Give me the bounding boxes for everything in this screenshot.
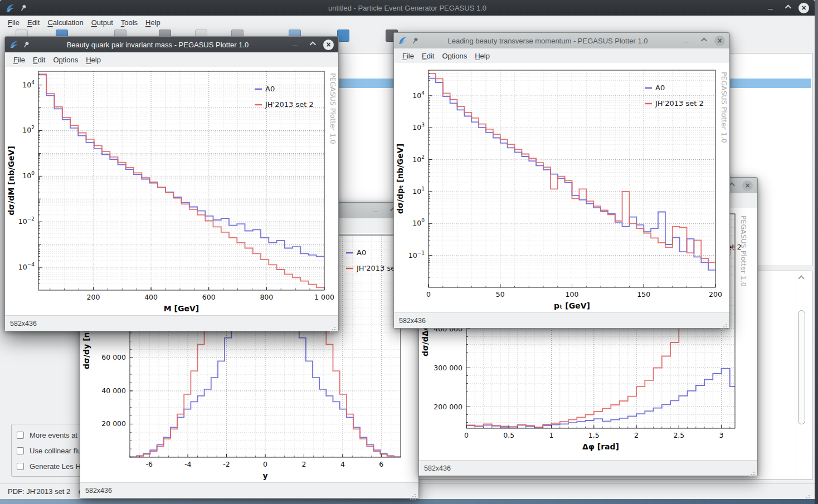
plot-size: 582x436 <box>424 464 451 472</box>
menu-file[interactable]: File <box>398 52 418 60</box>
checkbox[interactable] <box>17 463 24 470</box>
checkbox-row[interactable]: Generate Les H <box>17 462 81 471</box>
svg-text:200: 200 <box>87 293 100 301</box>
checkbox-label: More events at <box>30 431 77 439</box>
checkbox-row[interactable]: Use collinear flu <box>17 447 81 455</box>
minimize-button[interactable]: – <box>290 40 300 50</box>
svg-text:200 000: 200 000 <box>434 403 462 411</box>
checkbox-row[interactable]: More events at <box>17 431 77 439</box>
minimize-button[interactable]: – <box>765 3 776 13</box>
svg-text:A0: A0 <box>265 85 275 93</box>
svg-text:-4: -4 <box>184 460 192 468</box>
svg-text:0,5: 0,5 <box>503 431 514 439</box>
svg-text:0: 0 <box>464 431 469 439</box>
plot-icon[interactable] <box>337 30 349 42</box>
resize-grip[interactable] <box>334 327 335 328</box>
taskbar-edge <box>0 499 815 504</box>
svg-text:300 000: 300 000 <box>434 364 462 372</box>
scroll-up-icon[interactable] <box>798 275 804 281</box>
menu-options[interactable]: Options <box>438 52 471 60</box>
checkbox[interactable] <box>17 447 24 454</box>
svg-text:3: 3 <box>719 431 724 439</box>
svg-text:400: 400 <box>144 293 158 301</box>
plot-size: 582x436 <box>85 487 112 495</box>
resize-grip[interactable] <box>809 495 810 496</box>
window-title: Beauty quark pair invariant mass - PEGAS… <box>27 41 288 49</box>
menu-output[interactable]: Output <box>87 18 117 27</box>
menubar: FileEditOptionsHelp <box>394 48 729 63</box>
svg-text:2: 2 <box>301 460 306 468</box>
statusbar: 582x436 <box>80 482 418 498</box>
svg-text:4: 4 <box>340 460 345 468</box>
minimize-button[interactable]: – <box>681 36 692 46</box>
close-button[interactable]: × <box>323 40 334 50</box>
menu-calculation[interactable]: Calculation <box>43 18 87 27</box>
menubar: FileEditOptionsHelp <box>5 52 338 67</box>
pt-plot: 05010015020010410310210110010−1pₜ [GeV]d… <box>394 63 729 312</box>
menu-tools[interactable]: Tools <box>117 18 142 27</box>
svg-text:JH'2013 set 2: JH'2013 set 2 <box>265 100 314 109</box>
close-button[interactable]: × <box>798 3 809 13</box>
statusbar: 582x436 <box>5 315 338 331</box>
app-logo-icon <box>6 3 15 13</box>
svg-text:50: 50 <box>496 290 505 299</box>
svg-text:2: 2 <box>634 431 639 439</box>
svg-text:Δφ [rad]: Δφ [rad] <box>582 442 619 451</box>
pin-icon[interactable] <box>20 4 27 12</box>
close-button[interactable]: × <box>742 180 753 191</box>
status-text: PDF: JH'2013 set 2 c.m <box>8 487 90 496</box>
titlebar[interactable]: Leading beauty transverse momentum - PEG… <box>394 33 729 48</box>
svg-text:102: 102 <box>412 154 425 164</box>
svg-text:-2: -2 <box>223 460 230 468</box>
svg-text:10−1: 10−1 <box>408 250 425 260</box>
svg-text:10−4: 10−4 <box>18 262 35 271</box>
menu-help[interactable]: Help <box>471 52 494 60</box>
svg-text:pₜ [GeV]: pₜ [GeV] <box>554 301 590 310</box>
svg-text:100: 100 <box>22 170 35 180</box>
menu-help[interactable]: Help <box>82 56 105 64</box>
vertical-scrollbar[interactable] <box>796 272 807 479</box>
maximize-button[interactable] <box>698 36 708 46</box>
resize-grip[interactable] <box>726 324 727 325</box>
plotter-window-pt: Leading beauty transverse momentum - PEG… <box>393 32 730 329</box>
maximize-button[interactable] <box>306 40 317 50</box>
svg-text:-6: -6 <box>145 460 153 468</box>
svg-text:1,5: 1,5 <box>588 431 600 439</box>
maximize-button[interactable] <box>782 3 792 13</box>
svg-text:2,5: 2,5 <box>673 431 684 439</box>
checkbox[interactable] <box>17 432 24 439</box>
minimize-button[interactable]: – <box>370 205 381 216</box>
svg-text:JH'2013 set 2: JH'2013 set 2 <box>655 99 704 107</box>
svg-text:60 000: 60 000 <box>101 353 126 361</box>
resize-grip[interactable] <box>753 472 754 473</box>
statusbar: 582x436 <box>394 312 729 328</box>
menu-file[interactable]: File <box>9 56 29 64</box>
svg-text:150: 150 <box>637 290 650 299</box>
close-button[interactable]: × <box>714 36 725 46</box>
svg-text:y: y <box>262 471 267 480</box>
resize-grip[interactable] <box>415 494 416 495</box>
svg-text:0: 0 <box>426 290 431 299</box>
main-titlebar[interactable]: untitled - Particle Event Generator PEGA… <box>0 0 815 16</box>
plotter-logo-icon <box>398 36 407 45</box>
svg-text:101: 101 <box>412 186 425 195</box>
menu-options[interactable]: Options <box>49 56 82 64</box>
menu-file[interactable]: File <box>4 18 23 27</box>
svg-text:40 000: 40 000 <box>101 386 126 395</box>
menu-edit[interactable]: Edit <box>23 18 43 27</box>
svg-text:10−2: 10−2 <box>18 216 35 226</box>
menu-help[interactable]: Help <box>142 18 164 27</box>
checkbox-label: Use collinear flu <box>30 447 81 455</box>
svg-text:M [GeV]: M [GeV] <box>164 304 199 313</box>
plotter-logo-icon <box>9 40 18 49</box>
menu-edit[interactable]: Edit <box>418 52 438 60</box>
titlebar[interactable]: Beauty quark pair invariant mass - PEGAS… <box>5 37 338 52</box>
svg-text:104: 104 <box>22 80 35 89</box>
menu-edit[interactable]: Edit <box>29 56 49 64</box>
svg-text:600: 600 <box>202 293 216 301</box>
svg-text:dσ/dpₜ [nb/GeV]: dσ/dpₜ [nb/GeV] <box>396 144 405 214</box>
scroll-thumb[interactable] <box>798 310 805 424</box>
svg-text:1: 1 <box>549 431 554 439</box>
svg-text:20 000: 20 000 <box>101 419 126 428</box>
main-window-title: untitled - Particle Event Generator PEGA… <box>0 4 815 12</box>
